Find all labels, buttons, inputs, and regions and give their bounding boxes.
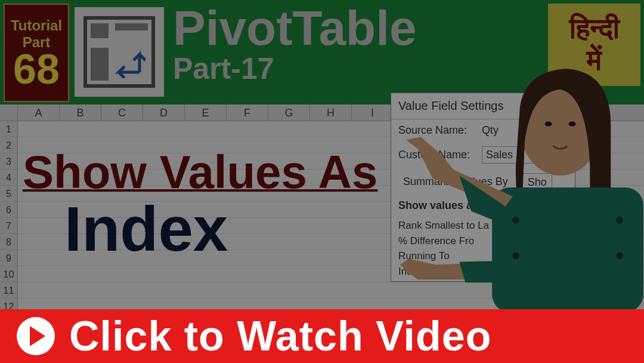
row-header: 10	[0, 266, 18, 282]
heading-line1: Show Values As	[23, 145, 377, 199]
hindi-line1: हिन्दी	[569, 13, 620, 45]
col-header: D	[143, 104, 185, 121]
watch-video-text: Click to Watch Video	[69, 312, 491, 360]
presenter-image	[376, 60, 644, 309]
row-header: 2	[0, 137, 18, 153]
heading-line2: Index	[64, 193, 377, 265]
svg-point-4	[616, 217, 623, 224]
tutorial-number: 68	[13, 51, 60, 88]
row-header: 6	[0, 202, 18, 218]
row-header: 9	[0, 250, 18, 266]
tutorial-label: Tutorial	[11, 17, 62, 34]
svg-point-5	[616, 252, 623, 259]
col-header: E	[185, 104, 227, 121]
select-all-corner	[0, 104, 18, 121]
col-header: C	[101, 104, 143, 121]
tutorial-part-badge: Tutorial Part 68	[4, 4, 69, 102]
svg-rect-1	[492, 187, 643, 309]
pivot-arrow-icon	[113, 45, 145, 78]
col-header: H	[310, 104, 352, 121]
pivottable-icon	[75, 7, 164, 97]
row-header: 5	[0, 186, 18, 202]
svg-point-2	[512, 217, 519, 224]
play-icon[interactable]	[17, 317, 55, 355]
row-header: 3	[0, 153, 18, 170]
title-line1: PivotTable	[173, 5, 417, 51]
row-header: 8	[0, 234, 18, 250]
svg-point-6	[545, 122, 552, 127]
watch-video-bar[interactable]: Click to Watch Video	[0, 309, 644, 363]
col-header: B	[60, 104, 101, 121]
row-header: 7	[0, 218, 18, 234]
row-header: 1	[0, 121, 18, 137]
row-header: 4	[0, 170, 18, 186]
col-header: A	[18, 104, 60, 121]
row-header: 11	[0, 282, 18, 299]
svg-point-7	[569, 122, 576, 127]
svg-point-3	[512, 252, 519, 259]
row-headers-col: 1 2 3 4 5 6 7 8 9 10 11 12	[0, 121, 18, 315]
col-header: G	[268, 104, 310, 121]
main-heading: Show Values As Index	[23, 145, 377, 265]
col-header: F	[227, 104, 268, 121]
